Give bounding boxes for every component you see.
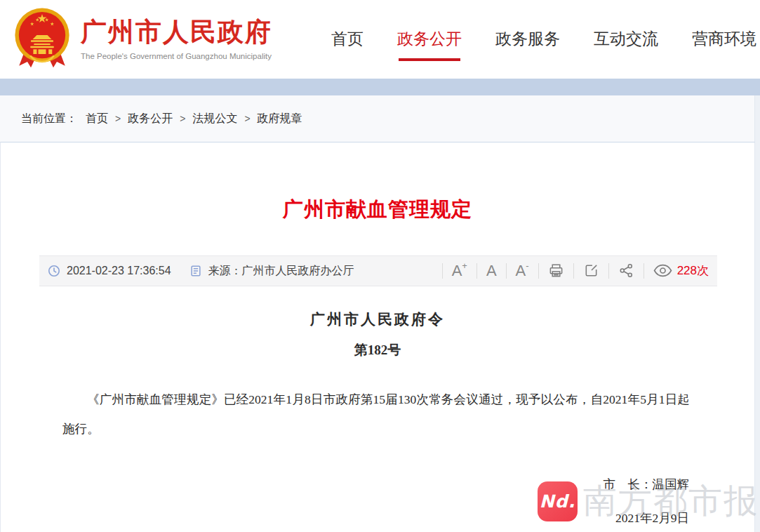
divider xyxy=(442,263,443,279)
views-eye-icon xyxy=(653,264,672,277)
site-title: 广州市人民政府 xyxy=(81,18,272,47)
breadcrumb-separator: > xyxy=(244,113,250,124)
nav-item-home[interactable]: 首页 xyxy=(331,28,364,51)
divider xyxy=(573,263,574,279)
breadcrumb-item-regulations[interactable]: 法规公文 xyxy=(192,112,237,126)
divider xyxy=(506,263,507,279)
article-title: 广州市献血管理规定 xyxy=(1,196,754,224)
main-nav: 首页 政务公开 政务服务 互动交流 营商环境 xyxy=(331,28,756,51)
national-emblem-icon xyxy=(13,6,72,72)
breadcrumb-separator: > xyxy=(180,113,185,124)
signer-line: 市 长：温国辉 xyxy=(1,476,689,493)
publish-time: 2021-02-23 17:36:54 xyxy=(67,265,171,277)
divider xyxy=(538,263,539,279)
nav-item-label: 互动交流 xyxy=(594,29,658,48)
decree-paragraph: 《广州市献血管理规定》已经2021年1月8日市政府第15届130次常务会议通过，… xyxy=(62,385,690,444)
site-header: 广州市人民政府 The People's Government of Guang… xyxy=(0,0,760,79)
article-meta-left: 2021-02-23 17:36:54 来源： 广州市人民政府办公厅 xyxy=(48,264,354,279)
font-decrease-button[interactable]: A- xyxy=(516,262,529,279)
export-icon[interactable] xyxy=(583,262,599,279)
breadcrumb-item-gov-disclosure[interactable]: 政务公开 xyxy=(128,112,173,126)
print-icon[interactable] xyxy=(548,262,564,279)
decorative-band xyxy=(0,79,760,95)
site-subtitle: The People's Government of Guangzhou Mun… xyxy=(81,52,272,60)
source-group: 来源： 广州市人民政府办公厅 xyxy=(189,264,354,279)
font-normal-button[interactable]: A xyxy=(486,263,497,279)
source-document-icon xyxy=(189,265,202,277)
site-logo[interactable]: 广州市人民政府 The People's Government of Guang… xyxy=(13,6,272,72)
breadcrumb: 当前位置： 首页 > 政务公开 > 法规公文 > 政府规章 xyxy=(0,95,755,142)
nav-item-label: 政务服务 xyxy=(495,29,560,48)
document-body: 广州市人民政府令 第182号 《广州市献血管理规定》已经2021年1月8日市政府… xyxy=(1,310,754,526)
source-label: 来源： xyxy=(208,264,242,279)
sign-date: 2021年2月9日 xyxy=(1,510,689,526)
nav-item-label: 首页 xyxy=(331,29,364,48)
divider xyxy=(608,263,609,279)
article-card: 广州市献血管理规定 2021-02-23 17:36:54 来源： 广州市人民政… xyxy=(0,142,755,532)
breadcrumb-separator: > xyxy=(115,113,121,124)
signature-block: 市 长：温国辉 2021年2月9日 xyxy=(1,476,689,526)
nav-item-business-env[interactable]: 营商环境 xyxy=(692,28,756,51)
nav-item-label: 政务公开 xyxy=(397,29,462,48)
nav-item-interaction[interactable]: 互动交流 xyxy=(594,28,658,51)
source-value: 广州市人民政府办公厅 xyxy=(242,264,354,279)
nav-item-label: 营商环境 xyxy=(692,29,756,48)
views-count: 228次 xyxy=(677,262,709,279)
nav-active-underline xyxy=(399,58,460,61)
views-group: 228次 xyxy=(653,262,709,279)
nav-item-gov-disclosure[interactable]: 政务公开 xyxy=(397,28,462,51)
decree-number: 第182号 xyxy=(1,341,754,359)
divider xyxy=(644,263,644,279)
article-meta-bar: 2021-02-23 17:36:54 来源： 广州市人民政府办公厅 A+ A … xyxy=(39,255,717,286)
divider xyxy=(476,263,477,279)
breadcrumb-item-gov-rules[interactable]: 政府规章 xyxy=(258,112,302,126)
share-icon[interactable] xyxy=(618,262,634,279)
nav-item-gov-services[interactable]: 政务服务 xyxy=(495,28,560,51)
article-toolbar: A+ A A- xyxy=(433,262,709,279)
decree-heading: 广州市人民政府令 xyxy=(1,310,754,329)
clock-icon xyxy=(48,265,60,277)
breadcrumb-item-home[interactable]: 首页 xyxy=(86,112,108,126)
font-increase-button[interactable]: A+ xyxy=(452,262,467,279)
breadcrumb-prefix: 当前位置： xyxy=(21,112,77,126)
